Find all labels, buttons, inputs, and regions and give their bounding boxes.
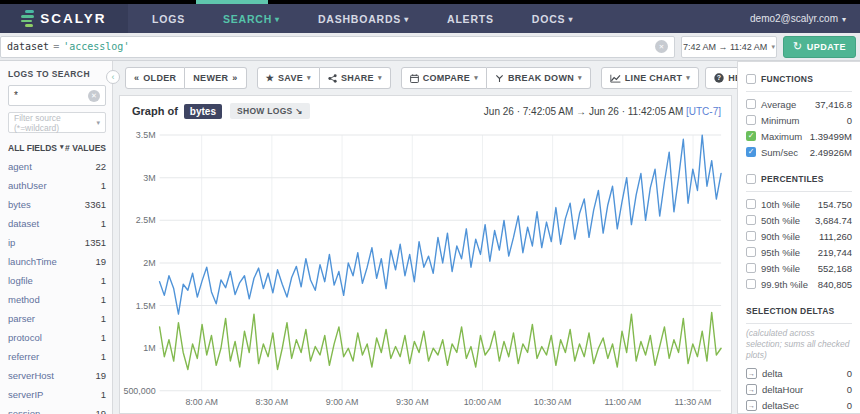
field-name-link[interactable]: agent — [8, 161, 32, 172]
field-value-count: 1 — [101, 180, 106, 191]
percentile-10thile-checkbox[interactable] — [746, 199, 756, 209]
chevron-down-icon: ▾ — [771, 43, 775, 51]
collapse-sidebar-button[interactable]: ‹ — [106, 70, 120, 84]
break-down-icon — [495, 74, 504, 83]
fields-header: ALL FIELDS ▾ # VALUES — [8, 143, 106, 153]
functions-header: FUNCTIONS — [746, 70, 852, 89]
scalyr-logo[interactable]: SCALYR — [0, 4, 128, 33]
function-sumsec-checkbox[interactable]: ✓ — [746, 147, 756, 157]
log-filter-input[interactable]: * ✕ — [8, 85, 106, 106]
percentiles-checkbox[interactable] — [746, 174, 756, 184]
x-tick-label: 10:00 AM — [464, 397, 502, 407]
field-name-link[interactable]: bytes — [8, 199, 31, 210]
nav-item-alerts[interactable]: ALERTS — [447, 13, 494, 25]
nav-item-docs[interactable]: DOCS▾ — [532, 13, 573, 25]
field-name-link[interactable]: authUser — [8, 180, 47, 191]
function-maximum-label: Maximum — [761, 131, 802, 142]
calendar-icon — [410, 74, 419, 83]
field-name-link[interactable]: dataset — [8, 218, 39, 229]
line-chart[interactable]: 3.5M3M2.5M2M1.5M1M500,0008:00 AM8:30 AM9… — [122, 123, 729, 413]
percentile-95thile-checkbox[interactable] — [746, 247, 756, 257]
percentile-99.9thile-value: 840,805 — [818, 279, 852, 290]
field-name-link[interactable]: parser — [8, 313, 35, 324]
delta-select-icon[interactable]: → — [746, 400, 757, 411]
percentile-90thile-checkbox[interactable] — [746, 231, 756, 241]
function-average-label: Average — [761, 99, 796, 110]
field-row-authUser: authUser1 — [8, 176, 106, 195]
filter-source-select[interactable]: Filter source (*=wildcard) ▾ — [8, 112, 106, 133]
older-button[interactable]: «OLDER — [125, 67, 185, 89]
update-button-label: UPDATE — [807, 42, 846, 52]
field-value-count: 1 — [101, 332, 106, 343]
line-chart-button[interactable]: LINE CHART▾ — [601, 67, 699, 89]
chevron-down-icon: ▾ — [842, 15, 846, 24]
nav-item-search[interactable]: SEARCH▾ — [223, 13, 280, 25]
compare-button[interactable]: COMPARE▾ — [401, 67, 487, 89]
percentile-99thile-value: 552,168 — [818, 263, 852, 274]
delta-select-icon[interactable]: → — [746, 384, 757, 395]
delta-delta-row: →delta0 — [746, 365, 852, 381]
field-name-link[interactable]: launchTime — [8, 256, 57, 267]
percentile-99thile-checkbox[interactable] — [746, 263, 756, 273]
metric-badge[interactable]: bytes — [184, 104, 222, 119]
break-down-button[interactable]: BREAK DOWN▾ — [487, 67, 591, 89]
field-value-count: 19 — [95, 408, 106, 414]
field-name-link[interactable]: serverIP — [8, 389, 43, 400]
chevron-down-icon: ▾ — [686, 74, 690, 82]
share-button[interactable]: SHARE▾ — [320, 67, 391, 89]
y-tick-label: 3.5M — [136, 130, 156, 140]
x-tick-label: 11:00 AM — [604, 397, 641, 407]
clear-filter-icon[interactable]: ✕ — [88, 90, 100, 102]
function-minimum-label: Minimum — [761, 115, 800, 126]
field-row-session: session19 — [8, 404, 106, 414]
series-line-maximum — [160, 312, 722, 369]
graph-of-label: Graph of — [132, 105, 178, 117]
newer-button[interactable]: NEWER» — [185, 67, 246, 89]
percentile-99.9thile-label: 99.9th %ile — [761, 279, 808, 290]
utc-offset-link[interactable]: [UTC-7] — [686, 106, 721, 117]
x-tick-label: 9:00 AM — [326, 397, 359, 407]
field-name-link[interactable]: protocol — [8, 332, 42, 343]
main-panel: «OLDER NEWER» ★SAVE▾ SHARE▾ COMPARE▾ — [113, 61, 737, 414]
delta-delta-label: delta — [762, 368, 783, 379]
chart-time-range: Jun 26 · 7:42:05 AM → Jun 26 · 11:42:05 … — [484, 106, 721, 117]
field-name-link[interactable]: ip — [8, 237, 15, 248]
field-value-count: 1 — [101, 351, 106, 362]
show-logs-button[interactable]: SHOW LOGS ↘ — [230, 103, 310, 119]
field-name-link[interactable]: session — [8, 408, 40, 414]
chart-area[interactable]: 3.5M3M2.5M2M1.5M1M500,0008:00 AM8:30 AM9… — [120, 121, 731, 413]
function-sumsec-value: 2.49926M — [810, 147, 852, 158]
percentile-50thile-label: 50th %ile — [761, 215, 800, 226]
percentile-95thile-value: 219,744 — [818, 247, 852, 258]
percentile-99.9thile-row: 99.9th %ile840,805 — [746, 276, 852, 292]
percentile-50thile-checkbox[interactable] — [746, 215, 756, 225]
delta-select-icon[interactable]: → — [746, 368, 757, 379]
percentile-99.9thile-checkbox[interactable] — [746, 279, 756, 289]
update-button[interactable]: ↻ UPDATE — [783, 36, 856, 58]
field-row-serverHost: serverHost19 — [8, 366, 106, 385]
functions-checkbox[interactable] — [746, 74, 756, 84]
selection-deltas-note: (calculated across selection; sums all c… — [746, 328, 852, 361]
field-name-link[interactable]: method — [8, 294, 40, 305]
nav-item-dashboards[interactable]: DASHBOARDS▾ — [318, 13, 409, 25]
function-average-row: Average37,416.8 — [746, 96, 852, 112]
chevron-down-icon: ▾ — [474, 74, 478, 82]
field-name-link[interactable]: serverHost — [8, 370, 54, 381]
divider — [746, 91, 852, 92]
save-button[interactable]: ★SAVE▾ — [257, 67, 320, 89]
function-maximum-checkbox[interactable]: ✓ — [746, 131, 756, 141]
all-fields-label[interactable]: ALL FIELDS — [8, 143, 57, 153]
field-list: agent22authUser1bytes3361dataset1ip1351l… — [8, 157, 106, 414]
nav-item-logs[interactable]: LOGS — [152, 13, 185, 25]
function-average-checkbox[interactable] — [746, 99, 756, 109]
account-menu[interactable]: demo2@scalyr.com▾ — [750, 13, 846, 24]
time-range-select[interactable]: 7:42 AM → 11:42 AM ▾ — [681, 36, 777, 58]
function-minimum-checkbox[interactable] — [746, 115, 756, 125]
query-input[interactable]: dataset = 'accesslog' ✕ — [0, 36, 675, 58]
clear-query-icon[interactable]: ✕ — [655, 40, 668, 53]
field-name-link[interactable]: referrer — [8, 351, 39, 362]
field-name-link[interactable]: logfile — [8, 275, 33, 286]
chevron-down-icon: ▾ — [60, 143, 64, 153]
chart-header: Graph of bytes SHOW LOGS ↘ Jun 26 · 7:42… — [120, 96, 731, 121]
delta-deltahour-label: deltaHour — [762, 384, 803, 395]
